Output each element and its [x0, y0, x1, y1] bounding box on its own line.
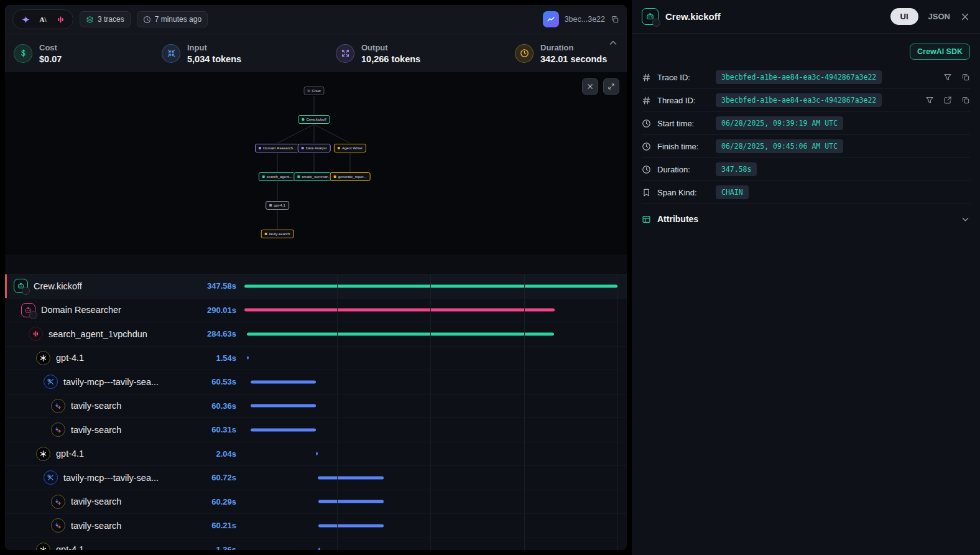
copy-icon[interactable] — [961, 96, 970, 105]
metric-label: Input — [187, 43, 241, 52]
graph-node-dot — [307, 90, 310, 92]
graph-node[interactable]: Crew — [303, 86, 324, 95]
metrics-row: Cost $0.07 Input 5,034 tokens Output 10,… — [5, 34, 627, 72]
span-bar — [318, 500, 383, 503]
span-row[interactable]: Crew.kickoff 347.58s — [5, 274, 627, 299]
graph-node-label: search_agent... — [267, 175, 292, 179]
traces-count-label: 3 traces — [98, 15, 124, 24]
metric-value: 342.01 seconds — [540, 54, 607, 64]
graph-node-label: create_summar... — [302, 175, 330, 179]
graph-node[interactable]: Agent Writer — [334, 144, 366, 152]
external-icon[interactable] — [943, 96, 952, 105]
span-bar — [318, 476, 383, 479]
graph-node[interactable]: generate_repor... — [330, 172, 371, 181]
graph-node-dot — [334, 175, 336, 178]
span-name: search_agent_1vpchdun — [49, 329, 201, 339]
graph-node-dot — [302, 118, 304, 121]
attributes-label: Attributes — [657, 214, 698, 224]
graph-node[interactable]: search_agent... — [259, 172, 296, 181]
span-bar — [251, 380, 316, 383]
field-value: CHAIN — [716, 185, 749, 199]
span-track — [244, 394, 618, 418]
graph-node-dot — [302, 147, 304, 149]
graph-close-button[interactable] — [582, 78, 598, 95]
copy-icon[interactable] — [961, 73, 970, 82]
collapse-metrics-button[interactable] — [608, 38, 618, 48]
span-name: tavily-search — [71, 521, 206, 531]
span-row[interactable]: gpt-4.1 2.04s — [5, 442, 627, 467]
graph-node[interactable]: create_summar... — [294, 172, 334, 181]
graph-node[interactable]: gpt-4.1 — [266, 201, 289, 210]
provider-logos-pill: A\ — [12, 9, 73, 29]
span-duration: 2.04s — [216, 449, 236, 459]
span-type-icon — [36, 351, 50, 365]
graph-toolbar — [582, 78, 619, 95]
span-row[interactable]: gpt-4.1 1.54s — [5, 347, 627, 371]
time-ago-label: 7 minutes ago — [155, 15, 201, 24]
detail-field-row: Start time: 06/28/2025, 09:39:19 AM UTC — [642, 112, 970, 135]
graph-node-label: Agent Writer — [342, 146, 363, 150]
graph-expand-button[interactable] — [603, 78, 619, 95]
time-ago-badge: 7 minutes ago — [137, 11, 208, 27]
field-value: 347.58s — [716, 162, 757, 176]
close-icon[interactable] — [960, 12, 970, 22]
chevron-down-icon[interactable] — [961, 215, 970, 224]
graph-node-label: Crew.kickoff — [306, 118, 326, 121]
field-icon — [642, 188, 651, 197]
span-duration: 1.36s — [216, 545, 236, 550]
span-row[interactable]: tavily-search 60.36s — [5, 394, 627, 419]
filter-icon[interactable] — [925, 96, 934, 105]
span-row[interactable]: tavily-search 60.21s — [5, 514, 627, 538]
span-bar — [244, 309, 555, 312]
sdk-badge: CrewAI SDK — [910, 44, 970, 60]
span-row[interactable]: gpt-4.1 1.36s — [5, 538, 627, 551]
copy-icon[interactable] — [611, 15, 619, 24]
span-bar — [247, 332, 554, 335]
span-row[interactable]: search_agent_1vpchdun 284.63s — [5, 322, 627, 347]
span-row[interactable]: tavily-search 60.31s — [5, 418, 627, 442]
field-label: Trace ID: — [657, 73, 710, 82]
graph-node-label: gpt-4.1 — [274, 203, 285, 207]
span-row[interactable]: tavily-mcp---tavily-sea... 60.53s — [5, 370, 627, 394]
metric-value: 5,034 tokens — [187, 54, 241, 64]
graph-node[interactable]: Domain Research... — [255, 144, 300, 152]
span-type-icon — [51, 518, 65, 533]
metric: Input 5,034 tokens — [162, 43, 336, 64]
attributes-section[interactable]: Attributes — [642, 204, 970, 234]
details-header: Crew.kickoff UI JSON — [632, 0, 980, 34]
filter-icon[interactable] — [943, 73, 952, 82]
traces-count-badge[interactable]: 3 traces — [80, 11, 131, 27]
span-track — [244, 514, 618, 538]
span-track — [244, 370, 618, 394]
graph-node[interactable]: tavily-search — [261, 230, 294, 238]
span-row[interactable]: Domain Researcher 290.01s — [5, 299, 627, 323]
span-row[interactable]: tavily-mcp---tavily-sea... 60.72s — [5, 466, 627, 490]
graph-node[interactable]: Crew.kickoff — [298, 115, 330, 124]
graph-node-dot — [265, 233, 267, 235]
span-type-icon — [36, 447, 50, 461]
graph-node[interactable]: Data Analyst — [298, 144, 331, 152]
span-name: gpt-4.1 — [56, 353, 210, 363]
span-row[interactable]: tavily-search 60.29s — [5, 490, 627, 515]
span-duration: 60.53s — [211, 377, 236, 386]
span-type-icon — [44, 375, 58, 389]
scale-logo-icon — [54, 13, 67, 26]
ui-toggle-button[interactable]: UI — [890, 8, 918, 25]
detail-field-row: Thread ID: 3becbfed-a1be-ae84-ea3c-49428… — [642, 89, 970, 112]
metric-icon — [14, 44, 32, 63]
layers-icon — [86, 16, 94, 24]
span-name: tavily-search — [71, 497, 206, 506]
metrics-section: Cost $0.07 Input 5,034 tokens Output 10,… — [5, 34, 627, 72]
field-icon — [642, 142, 651, 151]
span-waterfall: Crew.kickoff 347.58s Domain Researcher 2… — [5, 274, 627, 550]
trace-overview-panel: A\ 3 traces 7 minutes ago 3bec...3e22 Co… — [5, 5, 627, 550]
trace-chart-icon[interactable] — [543, 11, 559, 27]
span-track — [244, 274, 618, 298]
span-kind-icon — [642, 8, 659, 25]
span-bar — [247, 357, 249, 360]
field-value: 06/28/2025, 09:39:19 AM UTC — [716, 116, 843, 130]
json-toggle-button[interactable]: JSON — [928, 12, 950, 21]
graph-node-label: Data Analyst — [306, 146, 327, 150]
span-track — [244, 418, 618, 442]
graph-node-dot — [259, 147, 261, 149]
